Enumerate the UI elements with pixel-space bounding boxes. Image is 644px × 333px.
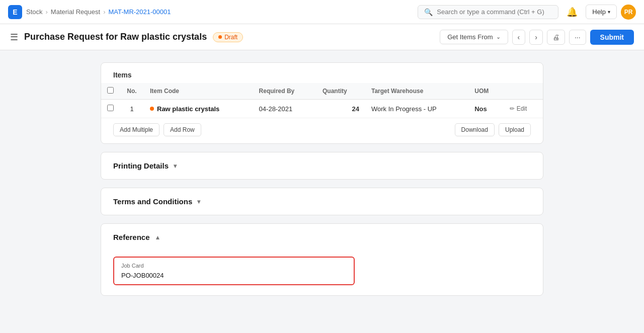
table-row: 1 Raw plastic crystals 04-28-2021 24 Wor… [101, 100, 543, 118]
next-button[interactable]: › [529, 30, 543, 45]
row-required-by: 04-28-2021 [253, 100, 316, 118]
table-header-required-by: Required By [253, 83, 316, 100]
printing-details-header[interactable]: Printing Details ▾ [101, 152, 543, 179]
breadcrumb-stock[interactable]: Stock [26, 8, 43, 16]
items-section: Items No. Item Code Required By Quantity… [101, 62, 543, 144]
printing-details-title: Printing Details [113, 161, 169, 170]
table-header-uom: UOM [468, 83, 503, 100]
more-options-button[interactable]: ··· [569, 30, 586, 45]
terms-conditions-title: Terms and Conditions [113, 197, 192, 206]
row-quantity: 24 [316, 100, 365, 118]
terms-conditions-section: Terms and Conditions ▾ [101, 188, 543, 215]
job-card-label: Job Card [121, 263, 347, 269]
add-row-button[interactable]: Add Row [164, 123, 201, 136]
main-content: Items No. Item Code Required By Quantity… [0, 50, 644, 308]
search-icon: 🔍 [424, 8, 433, 16]
header-actions: Get Items From ⌄ ‹ › 🖨 ··· Submit [440, 30, 634, 45]
breadcrumb: Stock › Material Request › MAT-MR-2021-0… [26, 8, 171, 16]
chevron-down-icon: ⌄ [496, 34, 501, 40]
draft-label: Draft [224, 34, 237, 41]
add-multiple-button[interactable]: Add Multiple [113, 123, 159, 136]
reference-section: Reference ▲ Job Card PO-JOB00024 [101, 223, 543, 296]
sidebar-toggle[interactable]: ☰ [10, 32, 18, 43]
table-actions-left: Add Multiple Add Row [113, 123, 201, 136]
reference-title: Reference [113, 233, 150, 241]
search-input[interactable] [437, 8, 552, 16]
chevron-down-icon: ▾ [197, 198, 200, 205]
print-button[interactable]: 🖨 [547, 30, 565, 45]
page-title: Purchase Request for Raw plastic crystal… [24, 32, 207, 42]
upload-button[interactable]: Upload [499, 123, 531, 136]
notification-bell[interactable]: 🔔 [562, 5, 582, 20]
top-navigation: E Stock › Material Request › MAT-MR-2021… [0, 0, 644, 24]
row-target-warehouse: Work In Progress - UP [365, 100, 468, 118]
page-header: ☰ Purchase Request for Raw plastic cryst… [0, 24, 644, 50]
row-uom: Nos [468, 100, 503, 118]
help-button[interactable]: Help ▾ [586, 5, 617, 19]
chevron-up-icon: ▲ [155, 234, 161, 241]
terms-conditions-header[interactable]: Terms and Conditions ▾ [101, 188, 543, 215]
get-items-from-button[interactable]: Get Items From ⌄ [440, 30, 508, 44]
edit-icon: ✏ [510, 105, 515, 112]
draft-dot [218, 35, 222, 39]
table-header-target-warehouse: Target Warehouse [365, 83, 468, 100]
breadcrumb-current: MAT-MR-2021-00001 [108, 8, 171, 16]
breadcrumb-sep-1: › [46, 8, 48, 16]
row-checkbox[interactable] [107, 105, 114, 111]
item-name-text[interactable]: Raw plastic crystals [157, 105, 219, 113]
row-edit-button[interactable]: ✏ Edit [510, 105, 537, 112]
prev-button[interactable]: ‹ [512, 30, 526, 45]
table-actions: Add Multiple Add Row Download Upload [101, 118, 543, 143]
table-header-no: No. [120, 83, 144, 100]
draft-badge: Draft [213, 32, 243, 42]
reference-body: Job Card PO-JOB00024 [101, 251, 543, 295]
breadcrumb-material-request[interactable]: Material Request [51, 8, 100, 16]
table-header-actions [504, 83, 543, 100]
row-checkbox-cell [101, 100, 120, 118]
job-card-field[interactable]: Job Card PO-JOB00024 [113, 257, 355, 285]
row-number: 1 [120, 100, 144, 118]
items-section-title: Items [101, 63, 543, 83]
table-header-quantity: Quantity [316, 83, 365, 100]
table-header-item-code: Item Code [144, 83, 253, 100]
row-item-code: Raw plastic crystals [144, 100, 253, 118]
submit-button[interactable]: Submit [590, 30, 634, 45]
select-all-checkbox[interactable] [107, 87, 114, 94]
item-status-dot [150, 107, 154, 111]
app-icon[interactable]: E [8, 5, 22, 19]
row-edit-cell: ✏ Edit [504, 100, 543, 118]
user-avatar[interactable]: PR [621, 5, 636, 20]
items-table: No. Item Code Required By Quantity Targe… [101, 83, 543, 118]
breadcrumb-sep-2: › [103, 8, 105, 16]
table-actions-right: Download Upload [455, 123, 531, 136]
download-button[interactable]: Download [455, 123, 495, 136]
printing-details-section: Printing Details ▾ [101, 152, 543, 180]
reference-header[interactable]: Reference ▲ [101, 224, 543, 251]
chevron-down-icon: ▾ [174, 162, 177, 170]
chevron-down-icon: ▾ [608, 9, 610, 15]
table-header-checkbox [101, 83, 120, 100]
job-card-value: PO-JOB00024 [121, 272, 347, 279]
search-box[interactable]: 🔍 [418, 5, 558, 19]
